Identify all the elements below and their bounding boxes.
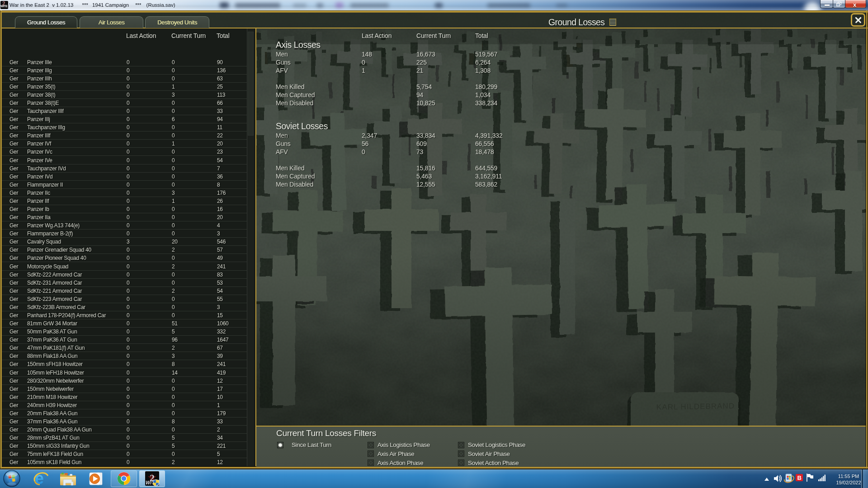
svg-text:B: B [797,474,802,481]
